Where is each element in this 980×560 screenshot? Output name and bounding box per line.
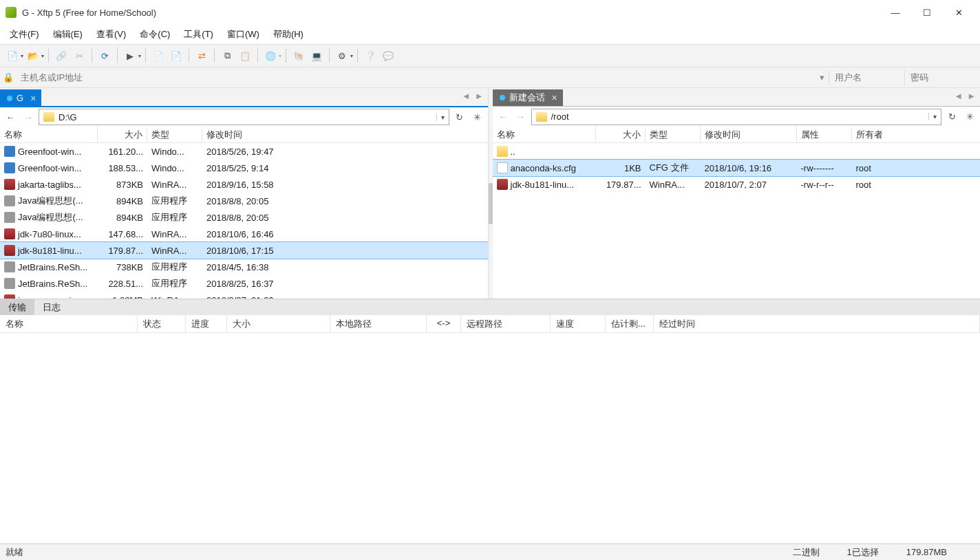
remote-path-box[interactable]: /root ▾ — [531, 109, 942, 125]
col-size[interactable]: 大小 — [596, 127, 646, 142]
col-name[interactable]: 名称 — [0, 127, 98, 142]
file-name: JetBrains.ReSh... — [18, 279, 87, 289]
table-row[interactable]: jakarta-taglibs...873KBWinRA...2018/9/16… — [0, 176, 488, 193]
window-title: G - Xftp 5 (Free for Home/School) — [22, 8, 880, 18]
remote-file-list[interactable]: ..anaconda-ks.cfg1KBCFG 文件2018/10/6, 19:… — [493, 143, 981, 299]
local-file-list[interactable]: Greenfoot-win...161.20...Windo...2018/5/… — [0, 143, 488, 299]
tab-next-icon[interactable]: ► — [475, 91, 484, 101]
chevron-down-icon[interactable]: ▾ — [350, 53, 353, 59]
col-size[interactable]: 大小 — [98, 127, 147, 142]
col-attr[interactable]: 属性 — [797, 127, 852, 142]
maximize-button[interactable]: ☐ — [911, 2, 943, 23]
menu-edit[interactable]: 编辑(E) — [46, 25, 89, 43]
status-dot-icon — [500, 95, 505, 100]
local-path-box[interactable]: D:\G ▾ — [39, 109, 449, 125]
connect-icon[interactable]: 🔗 — [53, 47, 70, 64]
tab-prev-icon[interactable]: ◄ — [462, 91, 471, 101]
table-row[interactable]: jdk-8u181-linu...179.87...WinRA...2018/1… — [0, 242, 488, 259]
tcol-size[interactable]: 大小 — [227, 315, 330, 332]
globe-icon[interactable]: 🌐 — [262, 47, 279, 64]
tcol-remotepath[interactable]: 远程路径 — [461, 315, 551, 332]
refresh-icon[interactable]: ↻ — [452, 109, 467, 125]
tab-next-icon[interactable]: ► — [967, 91, 976, 101]
xshell-icon[interactable]: 🐚 — [290, 47, 307, 64]
chevron-down-icon[interactable]: ▾ — [21, 53, 23, 59]
local-tab[interactable]: G × — [0, 89, 41, 106]
play-icon[interactable]: ▶ — [122, 47, 138, 64]
menu-file[interactable]: 文件(F) — [3, 25, 46, 43]
table-row[interactable]: Java编程思想(...894KB应用程序2018/8/8, 20:05 — [0, 209, 488, 226]
tcol-name[interactable]: 名称 — [0, 315, 138, 332]
forward-icon[interactable]: → — [21, 109, 36, 125]
col-type[interactable]: 类型 — [646, 127, 701, 142]
chevron-down-icon[interactable]: ▾ — [279, 53, 281, 59]
file-icon — [4, 228, 15, 239]
menu-tool[interactable]: 工具(T) — [177, 25, 220, 43]
file1-icon[interactable]: 📄 — [150, 47, 167, 64]
copy-icon[interactable]: ⧉ — [219, 47, 235, 64]
menu-help[interactable]: 帮助(H) — [266, 25, 310, 43]
chevron-down-icon[interactable]: ▾ — [138, 53, 141, 59]
tcol-arrow[interactable]: <-> — [427, 315, 461, 332]
col-name[interactable]: 名称 — [493, 127, 596, 142]
username-input[interactable] — [829, 70, 904, 85]
remote-tab[interactable]: 新建会话 × — [493, 89, 563, 106]
forward-icon[interactable]: → — [513, 109, 529, 125]
tcol-progress[interactable]: 进度 — [186, 315, 227, 332]
table-row[interactable]: jdk-7u80-linux...147.68...WinRA...2018/1… — [0, 226, 488, 242]
table-row[interactable]: Java编程思想(...894KB应用程序2018/8/8, 20:05 — [0, 193, 488, 209]
table-row[interactable]: jquery-easyui-...1.08MBWinRA...2018/9/27… — [0, 292, 488, 299]
col-modified[interactable]: 修改时间 — [202, 127, 488, 142]
file-icon — [4, 162, 15, 173]
menu-view[interactable]: 查看(V) — [89, 25, 133, 43]
chevron-down-icon[interactable]: ▾ — [815, 72, 829, 83]
col-modified[interactable]: 修改时间 — [701, 127, 797, 142]
tcol-speed[interactable]: 速度 — [551, 315, 606, 332]
help-icon[interactable]: ❔ — [362, 47, 379, 64]
new-session-icon[interactable]: 📄 — [4, 47, 21, 64]
tab-transfer[interactable]: 传输 — [0, 299, 34, 316]
tab-prev-icon[interactable]: ◄ — [954, 91, 963, 101]
disconnect-icon[interactable]: ✂ — [71, 47, 87, 64]
chevron-down-icon[interactable]: ▾ — [41, 53, 44, 59]
table-row[interactable]: JetBrains.ReSh...738KB应用程序2018/4/5, 16:3… — [0, 259, 488, 275]
new-folder-icon[interactable]: ✳ — [470, 109, 485, 125]
file-size: 738KB — [98, 262, 147, 272]
back-icon[interactable]: ← — [496, 109, 511, 125]
back-icon[interactable]: ← — [3, 109, 18, 125]
table-row[interactable]: .. — [493, 143, 981, 160]
close-button[interactable]: ✕ — [943, 2, 974, 23]
refresh-icon[interactable]: ↻ — [944, 109, 959, 125]
transfer-icon[interactable]: ⇄ — [193, 47, 210, 64]
sync-icon[interactable]: ⟳ — [96, 47, 113, 64]
menu-window[interactable]: 窗口(W) — [220, 25, 266, 43]
titlebar: G - Xftp 5 (Free for Home/School) — ☐ ✕ — [0, 0, 980, 25]
close-icon[interactable]: × — [30, 93, 36, 104]
table-row[interactable]: Greenfoot-win...188.53...Windo...2018/5/… — [0, 160, 488, 176]
host-input[interactable] — [17, 70, 815, 85]
tcol-elapsed[interactable]: 经过时间 — [654, 315, 980, 332]
paste-icon[interactable]: 📋 — [237, 47, 253, 64]
tab-log[interactable]: 日志 — [34, 299, 69, 316]
tcol-eta[interactable]: 估计剩... — [606, 315, 654, 332]
terminal-icon[interactable]: 💻 — [308, 47, 325, 64]
password-input[interactable] — [904, 70, 980, 85]
gear-icon[interactable]: ⚙ — [334, 47, 350, 64]
table-row[interactable]: anaconda-ks.cfg1KBCFG 文件2018/10/6, 19:16… — [493, 160, 981, 176]
open-session-icon[interactable]: 📂 — [25, 47, 41, 64]
tcol-localpath[interactable]: 本地路径 — [330, 315, 427, 332]
menu-command[interactable]: 命令(C) — [133, 25, 177, 43]
table-row[interactable]: jdk-8u181-linu...179.87...WinRA...2018/1… — [493, 176, 981, 193]
tcol-status[interactable]: 状态 — [138, 315, 186, 332]
new-folder-icon[interactable]: ✳ — [962, 109, 977, 125]
chevron-down-icon[interactable]: ▾ — [928, 113, 941, 120]
close-icon[interactable]: × — [552, 92, 557, 103]
table-row[interactable]: JetBrains.ReSh...228.51...应用程序2018/8/25,… — [0, 275, 488, 292]
table-row[interactable]: Greenfoot-win...161.20...Windo...2018/5/… — [0, 143, 488, 160]
chat-icon[interactable]: 💬 — [380, 47, 396, 64]
col-owner[interactable]: 所有者 — [852, 127, 981, 142]
minimize-button[interactable]: — — [880, 2, 911, 23]
chevron-down-icon[interactable]: ▾ — [436, 114, 449, 121]
col-type[interactable]: 类型 — [147, 127, 202, 142]
file2-icon[interactable]: 📄 — [168, 47, 184, 64]
